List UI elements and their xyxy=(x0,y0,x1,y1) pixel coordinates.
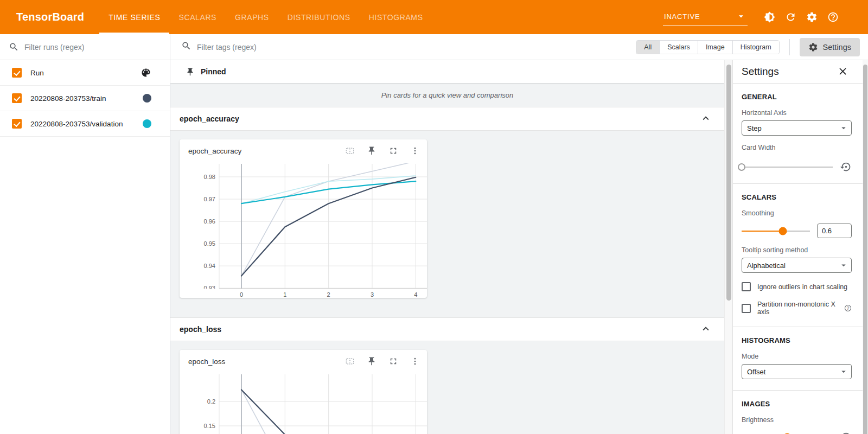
field-label: Horizontal Axis xyxy=(742,109,852,117)
section-heading: HISTOGRAMS xyxy=(742,336,852,344)
epoch-accuracy-chart[interactable]: 0.980.970.960.950.940.9301234 xyxy=(188,162,427,298)
settings-button-label: Settings xyxy=(823,43,851,52)
tab-graphs[interactable]: GRAPHS xyxy=(226,0,278,34)
reload-status-dropdown[interactable]: INACTIVE xyxy=(663,9,748,25)
section-heading: GENERAL xyxy=(742,93,852,101)
toolbar-divider xyxy=(789,39,790,55)
smoothing-value-input[interactable] xyxy=(817,224,852,238)
reset-card-width-button[interactable] xyxy=(840,161,852,173)
ignore-outliers-checkbox[interactable] xyxy=(742,282,751,291)
run-row-validation[interactable]: 20220808-203753/validation xyxy=(0,111,170,137)
pin-card-button[interactable] xyxy=(366,145,377,156)
field-label: Brightness xyxy=(742,416,852,424)
global-settings-button[interactable] xyxy=(806,11,818,23)
cards-region-loss: epoch_loss xyxy=(170,341,724,434)
kebab-menu-icon xyxy=(410,356,420,366)
epoch-loss-chart[interactable]: 0.20.1501234 xyxy=(188,373,427,434)
dark-mode-toggle[interactable] xyxy=(763,11,775,23)
search-icon xyxy=(181,41,192,53)
run-checkbox-validation[interactable] xyxy=(12,119,22,129)
settings-section-general: GENERAL Horizontal Axis Step Card Width xyxy=(733,84,863,184)
fullscreen-button[interactable] xyxy=(388,356,399,367)
horizontal-axis-select[interactable]: Step xyxy=(742,120,852,136)
field-label: Smoothing xyxy=(742,209,852,217)
tab-histograms[interactable]: HISTOGRAMS xyxy=(360,0,432,34)
scrollbar-thumb[interactable] xyxy=(863,65,867,434)
run-checkbox-train[interactable] xyxy=(12,93,22,103)
refresh-button[interactable] xyxy=(784,11,796,23)
select-value: Alphabetical xyxy=(747,261,786,270)
reset-brightness-button[interactable] xyxy=(840,431,852,434)
run-row-all[interactable]: Run xyxy=(0,60,170,86)
pin-card-button[interactable] xyxy=(366,356,377,367)
tab-distributions[interactable]: DISTRIBUTIONS xyxy=(278,0,360,34)
section-title: epoch_loss xyxy=(180,325,699,334)
settings-section-images: IMAGES Brightness Contrast xyxy=(733,391,863,434)
filter-all-button[interactable]: All xyxy=(636,41,660,54)
main-nav: TIME SERIES SCALARS GRAPHS DISTRIBUTIONS… xyxy=(99,0,432,34)
close-icon xyxy=(837,66,848,77)
close-settings-button[interactable] xyxy=(837,66,848,78)
main-scrollbar[interactable] xyxy=(724,60,732,434)
refresh-icon xyxy=(785,11,796,23)
run-color-dot-train xyxy=(143,94,151,103)
filter-scalars-button[interactable]: Scalars xyxy=(660,41,698,54)
settings-toggle-button[interactable]: Settings xyxy=(800,38,860,56)
run-row-train[interactable]: 20220808-203753/train xyxy=(0,86,170,111)
scalar-card-epoch-loss: epoch_loss xyxy=(180,350,427,434)
runs-filter-input[interactable] xyxy=(24,43,161,52)
partition-x-axis-checkbox[interactable] xyxy=(742,304,751,313)
help-button[interactable] xyxy=(827,11,839,23)
tab-time-series[interactable]: TIME SERIES xyxy=(99,0,169,34)
pin-icon xyxy=(367,146,376,156)
checkbox-label: Ignore outliers in chart scaling xyxy=(757,283,847,291)
settings-panel-title: Settings xyxy=(742,66,779,78)
run-label: 20220808-203753/validation xyxy=(30,120,143,128)
palette-icon[interactable] xyxy=(141,67,151,78)
settings-scrollbar[interactable] xyxy=(863,60,868,434)
scrollbar-thumb[interactable] xyxy=(726,65,731,301)
pin-icon xyxy=(186,67,195,76)
run-checkbox-all[interactable] xyxy=(12,68,22,78)
runs-sidebar: Run 20220808-203753/train 20220808-20375… xyxy=(0,34,170,434)
tags-filter-input[interactable] xyxy=(197,43,636,52)
fit-to-data-button[interactable] xyxy=(344,145,355,156)
field-label: Tooltip sorting method xyxy=(742,246,852,254)
filter-image-button[interactable]: Image xyxy=(698,41,733,54)
select-value: Step xyxy=(747,124,762,132)
info-icon[interactable]: ? xyxy=(844,304,852,312)
scalar-card-epoch-accuracy: epoch_accuracy xyxy=(180,139,427,298)
reset-icon xyxy=(840,431,852,434)
dashboard-content: Pinned Pin cards for a quick view and co… xyxy=(170,60,724,434)
slider-handle[interactable] xyxy=(738,163,745,171)
run-label: 20220808-203753/train xyxy=(30,94,143,103)
slider-handle[interactable] xyxy=(778,227,787,235)
fullscreen-button[interactable] xyxy=(388,145,399,156)
more-options-button[interactable] xyxy=(410,145,420,156)
chevron-up-icon xyxy=(700,323,712,335)
card-title: epoch_loss xyxy=(188,358,344,366)
card-width-slider[interactable] xyxy=(742,167,833,168)
fit-to-data-button[interactable] xyxy=(344,356,355,367)
histogram-mode-select[interactable]: Offset xyxy=(742,364,852,379)
search-icon xyxy=(9,42,19,52)
smoothing-slider[interactable] xyxy=(742,231,810,232)
tooltip-sorting-select[interactable]: Alphabetical xyxy=(742,258,852,273)
filter-histogram-button[interactable]: Histogram xyxy=(733,41,779,54)
status-label: INACTIVE xyxy=(664,12,700,21)
field-label: Mode xyxy=(742,353,852,360)
collapse-section-button[interactable] xyxy=(699,323,712,336)
svg-text:0.96: 0.96 xyxy=(204,218,215,225)
tab-scalars[interactable]: SCALARS xyxy=(169,0,226,34)
pinned-section-header: Pinned xyxy=(170,60,724,83)
settings-section-histograms: HISTOGRAMS Mode Offset xyxy=(733,327,863,391)
more-options-button[interactable] xyxy=(410,356,420,367)
collapse-section-button[interactable] xyxy=(699,112,712,125)
app-header: TensorBoard TIME SERIES SCALARS GRAPHS D… xyxy=(0,0,868,34)
help-icon xyxy=(827,11,839,23)
section-heading: IMAGES xyxy=(742,400,852,408)
chevron-down-icon xyxy=(839,260,848,270)
select-value: Offset xyxy=(747,368,765,376)
gear-icon xyxy=(806,11,818,23)
brightness-icon xyxy=(764,11,775,23)
